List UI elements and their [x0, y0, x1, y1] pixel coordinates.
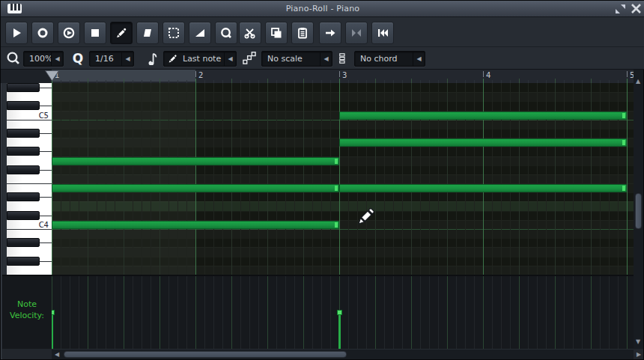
note-end-cap[interactable] — [335, 159, 338, 164]
black-key[interactable] — [7, 238, 40, 247]
timeline-ruler[interactable]: 12345 — [52, 70, 634, 83]
black-key[interactable] — [7, 147, 40, 156]
down-triangle-icon[interactable]: ▼ — [636, 339, 640, 345]
marquee-icon — [168, 27, 180, 39]
note-end-cap[interactable] — [335, 186, 338, 191]
velocity-grid-line — [186, 276, 187, 349]
options-toolbar: 100%◀Q1/16◀Last note◀No scale◀No chord◀ — [1, 47, 644, 70]
velocity-stem[interactable] — [338, 311, 341, 349]
snap-dropdown[interactable]: 1/16◀ — [89, 51, 134, 67]
title-bar[interactable]: Piano-Roll - Piano — [1, 1, 644, 17]
zoom-dropdown[interactable]: 100%◀ — [23, 51, 64, 67]
black-key[interactable] — [7, 101, 40, 110]
black-key[interactable] — [7, 257, 40, 266]
piano-keyboard[interactable]: C5C4 — [2, 83, 52, 275]
velocity-bar-line — [483, 276, 484, 349]
black-key[interactable] — [7, 129, 40, 138]
dropdown-left-arrow-icon[interactable]: ◀ — [320, 52, 332, 66]
velocity-grid-line — [528, 276, 529, 349]
music-note-icon — [147, 52, 160, 65]
black-key[interactable] — [7, 192, 40, 201]
velocity-handle[interactable] — [337, 310, 342, 315]
maximize-icon[interactable] — [615, 4, 626, 14]
white-key-separator — [40, 106, 52, 106]
white-key-separator — [7, 120, 52, 120]
slide-tool-button[interactable] — [189, 22, 211, 44]
midi-note[interactable] — [52, 184, 339, 192]
velocity-grid-line — [402, 276, 403, 349]
cut-button[interactable] — [239, 22, 261, 44]
stop-button[interactable] — [84, 22, 106, 44]
grid-line — [124, 83, 124, 275]
note-end-cap[interactable] — [622, 113, 625, 118]
black-key[interactable] — [7, 83, 40, 92]
black-key[interactable] — [7, 211, 40, 220]
velocity-grid-line — [582, 276, 583, 349]
skip-to-start-button[interactable] — [371, 22, 394, 44]
bar-tick — [483, 71, 484, 77]
octave-key-label[interactable]: C5 — [7, 112, 49, 120]
velocity-bar-line — [627, 276, 628, 349]
paste-button[interactable] — [291, 22, 314, 44]
record-icon — [37, 27, 49, 39]
velocity-grid-line — [510, 276, 511, 349]
zoom-tool-button[interactable] — [215, 22, 237, 44]
bar-line — [52, 83, 52, 275]
midi-note[interactable] — [339, 184, 627, 192]
grid-line — [133, 83, 133, 275]
copy-button[interactable] — [265, 22, 288, 44]
white-key-separator — [40, 170, 52, 171]
note-end-cap[interactable] — [622, 186, 625, 191]
right-triangle-icon[interactable]: ▶ — [637, 352, 641, 358]
note-end-cap[interactable] — [335, 222, 338, 228]
velocity-grid-line — [555, 276, 556, 349]
midi-note[interactable] — [52, 157, 339, 165]
velocity-grid-line — [204, 276, 205, 349]
arrow-right-icon — [324, 27, 336, 39]
dropdown-left-arrow-icon[interactable]: ◀ — [121, 52, 133, 66]
dropdown-left-arrow-icon[interactable]: ◀ — [224, 52, 236, 66]
note-grid[interactable] — [52, 83, 634, 275]
bar-number-label: 2 — [198, 71, 203, 79]
erase-tool-button[interactable] — [136, 22, 159, 44]
play-button[interactable] — [5, 22, 28, 44]
octave-key-label[interactable]: C4 — [7, 221, 49, 229]
note_mode-dropdown[interactable]: Last note◀ — [163, 51, 237, 67]
note-end-cap[interactable] — [622, 140, 625, 145]
velocity-grid-line — [609, 276, 610, 349]
draw-tool-button[interactable] — [110, 22, 133, 44]
playhead-marker[interactable] — [45, 70, 59, 85]
velocity-stem[interactable] — [52, 311, 53, 349]
velocity-grid-line — [70, 276, 70, 349]
left-triangle-icon[interactable]: ◀ — [55, 352, 59, 358]
chord-dropdown[interactable]: No chord◀ — [354, 51, 425, 67]
velocity-grid-line — [492, 276, 493, 349]
velocity-grid[interactable] — [52, 276, 634, 349]
center-view-button[interactable] — [345, 22, 368, 44]
up-triangle-icon[interactable]: ▲ — [636, 79, 640, 85]
grid-line — [168, 83, 169, 275]
black-key[interactable] — [7, 165, 40, 174]
velocity-grid-line — [429, 276, 430, 349]
chord-value: No chord — [355, 54, 413, 64]
velocity-handle[interactable] — [52, 310, 55, 315]
midi-note[interactable] — [339, 138, 627, 147]
play-pattern-button[interactable] — [58, 22, 80, 44]
vertical-scrollbar-thumb[interactable] — [635, 193, 642, 229]
velocity-grid-line — [160, 276, 160, 349]
scale-dropdown[interactable]: No scale◀ — [261, 51, 332, 67]
dropdown-left-arrow-icon[interactable]: ◀ — [51, 52, 63, 66]
midi-note[interactable] — [52, 221, 339, 229]
select-tool-button[interactable] — [162, 22, 185, 44]
close-icon[interactable] — [631, 4, 642, 14]
jump-button[interactable] — [319, 22, 341, 44]
horizontal-scrollbar-thumb[interactable] — [64, 351, 347, 358]
midi-note[interactable] — [339, 112, 627, 120]
velocity-grid-line — [321, 276, 322, 349]
white-key-separator — [7, 229, 52, 230]
dropdown-left-arrow-icon[interactable]: ◀ — [413, 52, 425, 66]
velocity-grid-line — [411, 276, 412, 349]
grid-line — [276, 83, 277, 275]
record-button[interactable] — [31, 22, 54, 44]
grid-line — [213, 83, 214, 275]
